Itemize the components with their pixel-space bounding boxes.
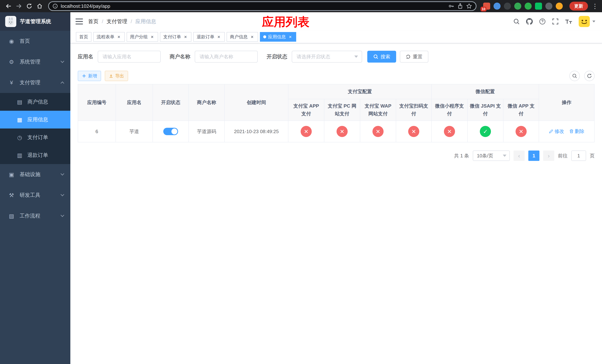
delete-button[interactable]: 删除 [569,128,584,135]
chevron-down-icon [61,213,64,217]
sidebar-item-infrastructure[interactable]: ▣ 基础设施 [0,164,70,185]
toggle-knob [172,128,177,134]
reset-button[interactable]: 重置 [400,51,428,63]
search-icon[interactable] [513,18,520,25]
search-button[interactable]: 搜索 [367,51,396,63]
status-label: 开启状态 [267,53,287,60]
cell-merchant: 芋道源码 [189,121,225,142]
password-key-icon[interactable] [448,3,454,9]
add-button[interactable]: 新增 [78,71,101,81]
export-button[interactable]: 导出 [105,71,128,81]
refresh-button[interactable] [584,71,595,81]
sidebar-item-system[interactable]: ⚙ 系统管理 [0,52,70,72]
extension-icon[interactable] [556,3,563,10]
group-header-wechat: 微信配置 [431,84,539,99]
close-icon[interactable]: × [288,34,293,39]
browser-update-button[interactable]: 更新 [570,2,588,11]
alipay-wap-status-icon: ✕ [372,126,384,137]
sidebar-toggle-icon[interactable] [70,12,88,31]
sidebar-subitem-pay-order[interactable]: ◷ 支付订单 [0,128,70,146]
cell-app-name: 芋道 [116,121,153,142]
tab-app-info[interactable]: 应用信息 × [260,32,296,42]
extension-icon[interactable] [545,3,552,10]
tab-home[interactable]: 首页 [76,32,91,42]
monitor-icon: ▣ [8,171,15,178]
goto-suffix: 页 [590,152,595,159]
chevron-down-icon [503,155,506,157]
close-icon[interactable]: × [116,34,121,39]
page-size-select[interactable]: 10条/页 [473,150,510,161]
dashboard-icon: ◉ [8,38,15,44]
tab-merchant-info[interactable]: 商户信息 × [226,32,258,42]
chevron-down-icon [354,55,358,58]
table-row: 6 芋道 芋道源码 2021-10-23 08:49:25 ✕ ✕ ✕ ✕ ✕ … [78,121,594,142]
merchant-name-input[interactable] [195,51,258,63]
sidebar-item-home[interactable]: ◉ 首页 [0,31,70,52]
browser-menu-icon[interactable]: ⋮ [592,2,598,10]
close-icon[interactable]: × [249,34,255,39]
app-name-input[interactable] [98,51,161,63]
goto-page-input[interactable] [571,150,586,161]
col-header-alipay-app: 支付宝 APP 支付 [288,99,324,121]
extensions-area: 10 [483,3,563,10]
sidebar-item-devtools[interactable]: ⚒ 研发工具 [0,185,70,205]
font-size-icon[interactable] [565,18,572,25]
browser-forward-button[interactable] [14,1,24,11]
chevron-down-icon [61,193,64,196]
col-header-alipay-pc: 支付宝 PC 网站支付 [324,99,360,121]
edit-button[interactable]: 修改 [549,128,564,135]
bookmark-star-icon[interactable] [466,3,472,9]
merchant-name-label: 商户名称 [170,53,190,60]
sidebar-item-workflow[interactable]: ▧ 工作流程 [0,205,70,226]
breadcrumb-payment[interactable]: 支付管理 [107,18,127,25]
site-info-icon[interactable] [53,3,58,9]
close-icon[interactable]: × [183,34,188,39]
chevron-down-icon [61,172,64,175]
extension-icon[interactable] [504,3,511,10]
sidebar-item-payment[interactable]: ¥ 支付管理 [0,72,70,93]
extension-icon[interactable] [494,3,501,10]
browser-home-button[interactable] [35,1,44,11]
sidebar-subitem-refund-order[interactable]: ▥ 退款订单 [0,146,70,164]
user-menu[interactable] [579,16,595,27]
close-icon[interactable]: × [216,34,221,39]
hide-search-button[interactable] [570,71,580,81]
extension-icon[interactable] [535,3,542,10]
tab-process-form[interactable]: 流程表单 × [93,32,125,42]
breadcrumb-separator: / [102,19,103,24]
table-toolbar: 新增 导出 [78,71,595,81]
next-page-button[interactable]: › [543,150,554,161]
browser-reload-button[interactable] [24,1,34,11]
github-icon[interactable] [526,18,533,25]
breadcrumb-home[interactable]: 首页 [88,18,98,25]
sidebar-subitem-app-info[interactable]: ▦ 应用信息 [0,111,70,128]
help-icon[interactable] [539,18,546,25]
status-select[interactable]: 请选择开启状态 [292,51,362,63]
payment-submenu: ▤ 商户信息 ▦ 应用信息 ◷ 支付订单 ▥ 退款订单 [0,93,70,164]
extension-icon[interactable]: 10 [483,3,490,10]
navbar: 首页 / 支付管理 / 应用信息 应用列表 [70,12,602,31]
page-number-1[interactable]: 1 [528,150,539,161]
extension-icon[interactable] [514,3,521,10]
main-area: 首页 / 支付管理 / 应用信息 应用列表 [70,12,602,364]
tags-view: 首页 流程表单 × 用户分组 × 支付订单 × 退款订单 × 商户信息 × [70,31,602,43]
tab-user-group[interactable]: 用户分组 × [127,32,158,42]
address-bar[interactable]: localhost:1024/pay/app [48,1,476,11]
wechat-jsapi-status-icon: ✓ [480,126,491,137]
browser-toolbar: localhost:1024/pay/app 10 更新 ⋮ [0,0,602,12]
sidebar-subitem-merchant-info[interactable]: ▤ 商户信息 [0,93,70,111]
alipay-qr-status-icon: ✕ [408,126,419,137]
cell-status [153,121,189,142]
page-title: 应用列表 [262,12,309,31]
status-toggle[interactable] [163,128,178,135]
close-icon[interactable]: × [150,34,155,39]
fullscreen-icon[interactable] [552,18,559,25]
tab-pay-order[interactable]: 支付订单 × [160,32,191,42]
extension-icon[interactable] [525,3,532,10]
breadcrumb: 首页 / 支付管理 / 应用信息 [88,18,156,25]
tab-refund-order[interactable]: 退款订单 × [193,32,225,42]
sidebar-logo[interactable]: 芋道管理系统 [0,12,70,31]
prev-page-button[interactable]: ‹ [514,150,525,161]
browser-back-button[interactable] [4,1,13,11]
share-icon[interactable] [457,3,463,9]
